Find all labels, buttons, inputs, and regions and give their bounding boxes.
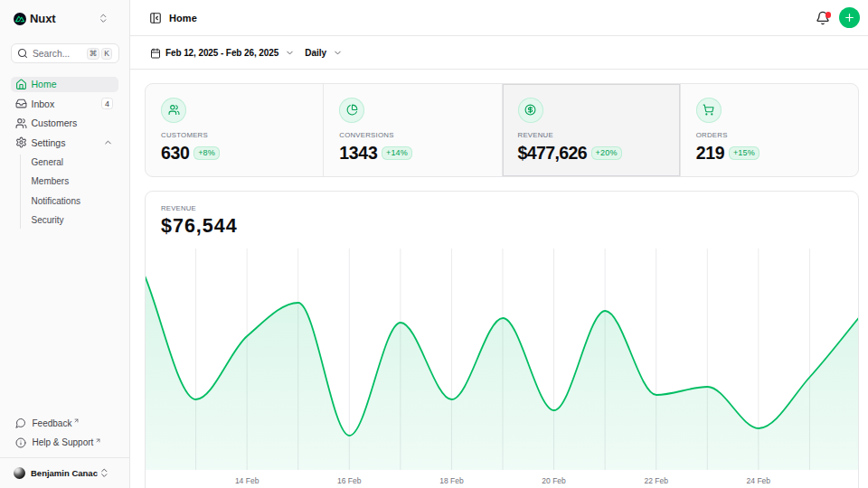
svg-text:16 Feb: 16 Feb <box>337 476 362 485</box>
svg-text:22 Feb: 22 Feb <box>644 476 668 485</box>
svg-text:14 Feb: 14 Feb <box>235 476 259 485</box>
svg-text:20 Feb: 20 Feb <box>542 476 566 485</box>
svg-text:24 Feb: 24 Feb <box>747 476 771 485</box>
svg-text:18 Feb: 18 Feb <box>439 476 464 485</box>
